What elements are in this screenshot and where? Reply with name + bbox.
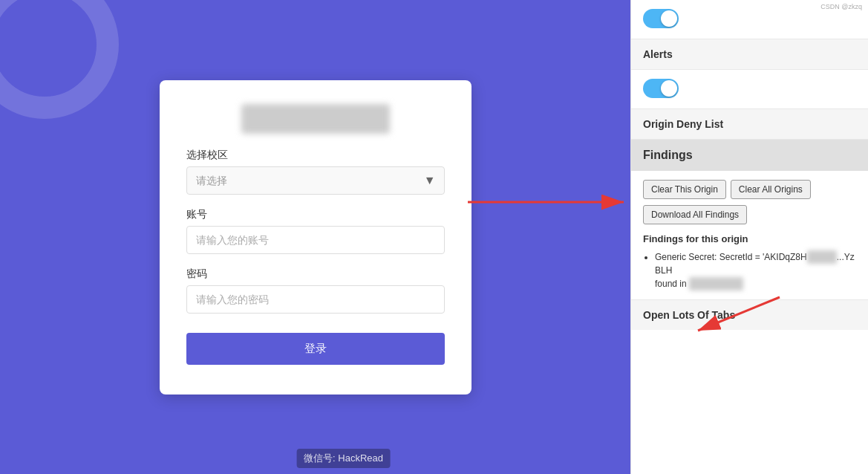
download-row: Download All Findings	[631, 205, 868, 233]
toggle-knob-top	[661, 10, 677, 27]
password-field-group: 密码	[186, 267, 445, 314]
password-label: 密码	[186, 267, 445, 281]
blurred-url	[689, 277, 743, 290]
account-field-group: 账号	[186, 208, 445, 254]
deco-circle	[0, 0, 119, 119]
finding-item: Generic Secret: SecretId = 'AKIDqZ8H ...…	[655, 250, 856, 290]
watermark: CSDN @zkzq	[820, 3, 862, 10]
findings-for-origin: Findings for this origin Generic Secret:…	[631, 233, 868, 299]
download-all-findings-button[interactable]: Download All Findings	[643, 205, 747, 224]
right-panel: CSDN @zkzq Alerts Origin Deny List Findi…	[630, 0, 868, 474]
findings-title: Findings	[643, 149, 856, 162]
buttons-row: Clear This Origin Clear All Origins	[631, 171, 868, 205]
clear-all-origins-button[interactable]: Clear All Origins	[731, 180, 811, 199]
campus-field-group: 选择校区 请选择 ▼	[186, 149, 445, 195]
left-panel: 选择校区 请选择 ▼ 账号 密码 登录 微信号: HackRead	[0, 0, 630, 474]
toggle-knob-alerts	[661, 80, 677, 97]
alerts-label: Alerts	[643, 48, 856, 60]
campus-select-wrapper: 请选择 ▼	[186, 166, 445, 195]
logo-placeholder	[241, 104, 390, 134]
blurred-secret	[807, 250, 837, 264]
open-lots-label: Open Lots Of Tabs	[643, 309, 735, 321]
toggle-top[interactable]	[643, 9, 679, 28]
clear-this-origin-button[interactable]: Clear This Origin	[643, 180, 726, 199]
toggle-alerts[interactable]	[643, 79, 679, 98]
open-lots-section: Open Lots Of Tabs	[631, 299, 868, 330]
wechat-watermark: 微信号: HackRead	[296, 449, 391, 468]
findings-section: Findings	[631, 140, 868, 171]
origin-deny-section: Origin Deny List	[631, 109, 868, 140]
toggle-section-alerts	[631, 70, 868, 109]
account-input[interactable]	[186, 226, 445, 254]
findings-list: Generic Secret: SecretId = 'AKIDqZ8H ...…	[643, 250, 856, 290]
campus-label: 选择校区	[186, 149, 445, 162]
alerts-section: Alerts	[631, 39, 868, 70]
account-label: 账号	[186, 208, 445, 221]
password-input[interactable]	[186, 285, 445, 314]
findings-for-origin-title: Findings for this origin	[643, 233, 856, 244]
origin-deny-label: Origin Deny List	[643, 118, 723, 130]
finding-text: Generic Secret: SecretId = 'AKIDqZ8H ...…	[655, 252, 855, 289]
login-button[interactable]: 登录	[186, 333, 445, 365]
login-card: 选择校区 请选择 ▼ 账号 密码 登录	[160, 80, 471, 395]
campus-select[interactable]: 请选择	[186, 166, 445, 195]
